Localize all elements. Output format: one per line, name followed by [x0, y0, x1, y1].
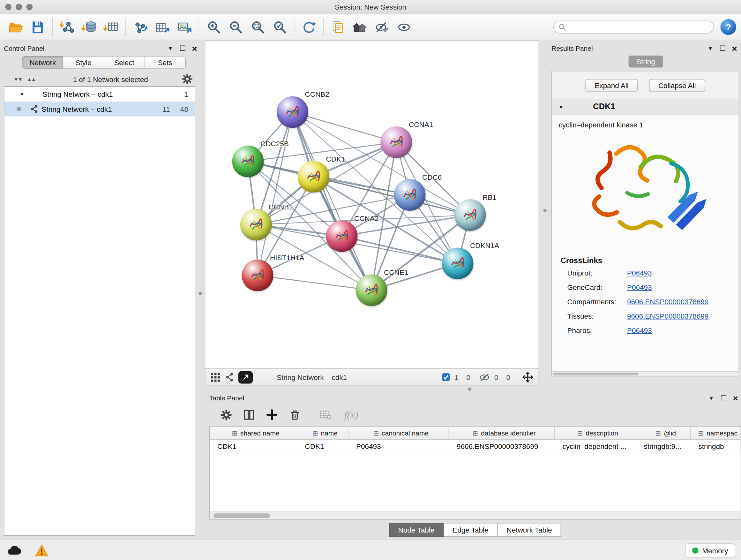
network-node-HIST1H1A[interactable] — [242, 260, 273, 291]
expand-all-icon[interactable]: ▲▲ — [27, 76, 36, 82]
table-horizontal-scrollbar[interactable] — [210, 511, 741, 519]
column-header[interactable]: ⊞canonical name — [348, 427, 449, 439]
copy-document-button[interactable] — [327, 17, 349, 38]
expand-all-button[interactable]: Expand All — [586, 79, 637, 92]
float-panel-icon[interactable] — [180, 45, 185, 52]
selected-checkbox-icon[interactable] — [441, 373, 451, 382]
table-cell[interactable]: 9606.ENSP00000378699 — [449, 440, 555, 452]
tab-style[interactable]: Style — [63, 56, 104, 69]
open-session-button[interactable] — [5, 17, 27, 38]
tree-expand-icon[interactable]: ▼ — [20, 91, 24, 97]
show-columns-button[interactable] — [241, 407, 257, 422]
table-cell[interactable]: cyclin–dependent ... — [555, 440, 636, 452]
crosslink-pharos[interactable]: P06493 — [627, 326, 652, 334]
panel-menu-icon[interactable]: ▼ — [167, 46, 173, 51]
clear-table-button-disabled[interactable] — [318, 407, 334, 422]
network-row[interactable]: String Network – cdk1 11 48 — [4, 102, 195, 117]
column-header[interactable]: ⊞namespac — [691, 427, 741, 439]
home-networks-button[interactable] — [349, 17, 371, 38]
open-in-browser-button[interactable] — [239, 371, 253, 383]
close-panel-icon[interactable]: × — [732, 44, 737, 53]
table-cell[interactable]: stringdb — [691, 440, 741, 452]
function-builder-button[interactable]: f(x) — [344, 409, 358, 421]
tab-node-table[interactable]: Node Table — [389, 523, 443, 537]
import-network-file-button[interactable] — [56, 17, 78, 38]
zoom-selected-button[interactable] — [269, 17, 291, 38]
close-panel-icon[interactable]: × — [192, 44, 197, 53]
table-settings-button[interactable] — [218, 407, 234, 422]
zoom-out-button[interactable] — [225, 17, 247, 38]
help-button[interactable]: ? — [721, 19, 737, 35]
search-input[interactable] — [569, 23, 709, 31]
section-collapse-icon[interactable]: ▼ — [559, 104, 563, 110]
column-header[interactable]: ⊞description — [555, 427, 636, 439]
column-header[interactable]: ⊞name — [297, 427, 349, 439]
crosslink-compartments[interactable]: 9606.ENSP00000378699 — [627, 298, 709, 306]
zoom-fit-button[interactable] — [247, 17, 269, 38]
scrollbar-thumb[interactable] — [553, 373, 639, 375]
table-cell[interactable]: CDK1 — [297, 440, 349, 452]
network-node-CCNA1[interactable] — [381, 126, 412, 158]
tab-sets[interactable]: Sets — [145, 56, 186, 69]
import-network-database-button[interactable] — [78, 17, 100, 38]
panel-menu-icon[interactable]: ▼ — [709, 395, 714, 401]
network-node-RB1[interactable] — [455, 199, 486, 231]
network-collection-row[interactable]: ▼ String Network – cdk1 1 — [4, 87, 195, 102]
horizontal-splitter[interactable] — [200, 386, 741, 392]
delete-column-button[interactable] — [287, 407, 303, 422]
pan-crosshair-icon[interactable] — [522, 371, 534, 383]
panel-menu-icon[interactable]: ▼ — [708, 46, 713, 51]
crosslink-uniprot[interactable]: P06493 — [627, 269, 652, 277]
crosslink-tissues[interactable]: 9606.ENSP00000378699 — [627, 312, 709, 320]
float-panel-icon[interactable] — [720, 45, 725, 52]
column-header[interactable]: ⊞@id — [636, 427, 691, 439]
network-node-CDK1[interactable] — [298, 161, 329, 192]
results-horizontal-scrollbar[interactable] — [552, 371, 739, 376]
collapse-all-icon[interactable]: ▼▼ — [13, 76, 22, 82]
network-node-CCNE1[interactable] — [356, 274, 387, 306]
tab-network-table[interactable]: Network Table — [497, 523, 561, 537]
column-header[interactable]: ⊞database identifier — [449, 427, 555, 439]
tab-select[interactable]: Select — [104, 56, 145, 69]
import-table-button[interactable] — [100, 17, 122, 38]
gene-section-header[interactable]: ▼ CDK1 — [552, 99, 739, 115]
show-eye-button[interactable] — [393, 17, 415, 38]
network-canvas[interactable]: CCNB2CCNA1CDC25BCDK1CDC6RB1CCNB1CCNA2CDK… — [205, 40, 539, 369]
crosslink-genecard[interactable]: P06493 — [627, 283, 652, 292]
collapse-all-button[interactable]: Collapse All — [649, 79, 705, 92]
scrollbar-thumb[interactable] — [213, 513, 270, 518]
new-table-button[interactable] — [151, 17, 173, 38]
network-node-CCNB1[interactable] — [240, 209, 272, 240]
network-node-CDC25B[interactable] — [232, 145, 264, 177]
network-node-CDC6[interactable] — [394, 179, 426, 211]
string-tab-badge[interactable]: String — [629, 56, 663, 68]
new-network-button[interactable] — [129, 17, 151, 38]
birdseye-grid-icon[interactable] — [210, 372, 221, 382]
network-node-CDKN1A[interactable] — [442, 248, 474, 279]
memory-button[interactable]: Memory — [685, 543, 735, 557]
apply-layout-button[interactable] — [298, 17, 320, 38]
add-column-button[interactable] — [264, 407, 280, 422]
network-node-CCNA2[interactable] — [326, 220, 358, 252]
table-cell[interactable]: P06493 — [348, 440, 449, 452]
search-box[interactable] — [553, 21, 714, 34]
cloud-icon[interactable] — [6, 544, 22, 557]
table-cell[interactable]: stringdb:9... — [636, 440, 691, 452]
table-row[interactable]: CDK1 CDK1 P06493 9606.ENSP00000378699 cy… — [210, 440, 741, 453]
warning-icon[interactable] — [35, 544, 49, 557]
tab-edge-table[interactable]: Edge Table — [444, 523, 497, 537]
network-options-gear-icon[interactable] — [181, 73, 193, 85]
export-image-button[interactable] — [173, 17, 195, 38]
hide-annotation-button[interactable] — [371, 17, 393, 38]
close-panel-icon[interactable]: × — [733, 393, 738, 402]
vertical-splitter[interactable] — [539, 40, 551, 386]
hidden-eye-slash-icon[interactable] — [479, 372, 490, 382]
table-cell[interactable]: CDK1 — [210, 440, 297, 452]
network-glyph-icon[interactable] — [225, 372, 235, 382]
tab-network[interactable]: Network — [22, 56, 63, 69]
save-session-button[interactable] — [27, 17, 49, 38]
zoom-in-button[interactable] — [203, 17, 225, 38]
network-node-CCNB2[interactable] — [277, 97, 308, 128]
float-panel-icon[interactable] — [721, 395, 726, 401]
column-header[interactable]: ⊞shared name — [210, 427, 297, 439]
